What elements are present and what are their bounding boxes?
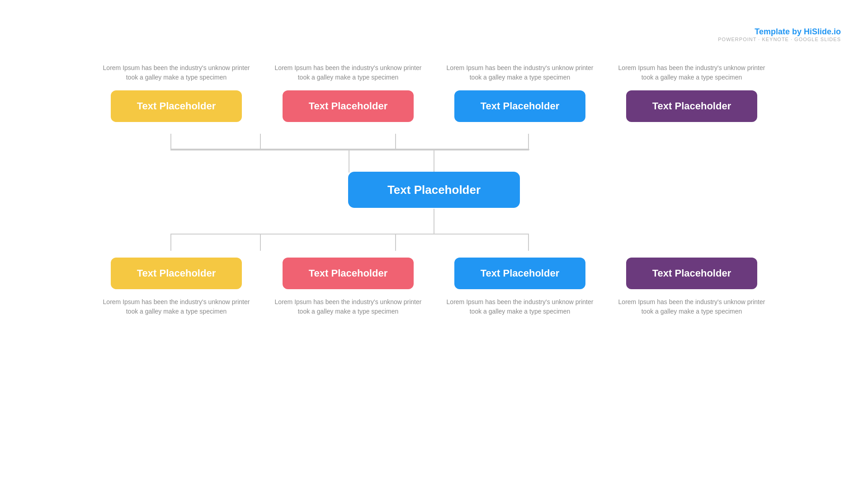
bottom-node-4: Text Placeholder Lorem Ipsum has been th… (606, 258, 778, 316)
top-node-3-box: Text Placeholder (454, 90, 585, 122)
top-node-4-desc: Lorem Ipsum has been the industry's unkn… (606, 63, 778, 82)
top-node-3-desc: Lorem Ipsum has been the industry's unkn… (434, 63, 606, 82)
watermark-subline: POWERPOINT · KEYNOTE · GOOGLE SLIDES (718, 37, 841, 42)
top-node-1: Lorem Ipsum has been the industry's unkn… (90, 63, 262, 122)
center-node-box: Text Placeholder (348, 172, 520, 208)
top-node-1-box: Text Placeholder (111, 90, 242, 122)
bottom-node-2-desc: Lorem Ipsum has been the industry's unkn… (262, 297, 434, 316)
diagram: Lorem Ipsum has been the industry's unkn… (0, 54, 868, 488)
top-node-2: Lorem Ipsum has been the industry's unkn… (262, 63, 434, 122)
watermark-line1: Template by HiSlide.io (718, 27, 841, 37)
bottom-node-2: Text Placeholder Lorem Ipsum has been th… (262, 258, 434, 316)
top-node-2-label: Text Placeholder (309, 100, 387, 112)
bottom-node-2-label: Text Placeholder (309, 267, 387, 279)
bottom-node-4-desc: Lorem Ipsum has been the industry's unkn… (606, 297, 778, 316)
bottom-node-4-label: Text Placeholder (652, 267, 731, 279)
top-node-4: Lorem Ipsum has been the industry's unkn… (606, 63, 778, 122)
watermark: Template by HiSlide.io POWERPOINT · KEYN… (718, 27, 841, 42)
bottom-node-2-box: Text Placeholder (283, 258, 414, 289)
watermark-brand: HiSlide.io (804, 27, 841, 36)
top-row: Lorem Ipsum has been the industry's unkn… (0, 63, 868, 122)
bottom-node-1-box: Text Placeholder (111, 258, 242, 289)
center-row: Text Placeholder (0, 172, 868, 208)
top-node-4-label: Text Placeholder (652, 100, 731, 112)
bottom-row: Text Placeholder Lorem Ipsum has been th… (0, 258, 868, 316)
top-node-2-desc: Lorem Ipsum has been the industry's unkn… (262, 63, 434, 82)
top-node-4-box: Text Placeholder (626, 90, 757, 122)
bottom-node-3-desc: Lorem Ipsum has been the industry's unkn… (434, 297, 606, 316)
bottom-node-1: Text Placeholder Lorem Ipsum has been th… (90, 258, 262, 316)
bottom-node-1-label: Text Placeholder (137, 267, 216, 279)
top-node-3: Lorem Ipsum has been the industry's unkn… (434, 63, 606, 122)
top-node-2-box: Text Placeholder (283, 90, 414, 122)
top-node-1-desc: Lorem Ipsum has been the industry's unkn… (90, 63, 262, 82)
bottom-node-3-box: Text Placeholder (454, 258, 585, 289)
top-node-1-label: Text Placeholder (137, 100, 216, 112)
top-node-3-label: Text Placeholder (481, 100, 559, 112)
bottom-node-1-desc: Lorem Ipsum has been the industry's unkn… (90, 297, 262, 316)
bottom-node-3: Text Placeholder Lorem Ipsum has been th… (434, 258, 606, 316)
bottom-node-4-box: Text Placeholder (626, 258, 757, 289)
center-node-label: Text Placeholder (387, 183, 481, 197)
bottom-node-3-label: Text Placeholder (481, 267, 559, 279)
watermark-prefix: Template by (755, 27, 804, 36)
